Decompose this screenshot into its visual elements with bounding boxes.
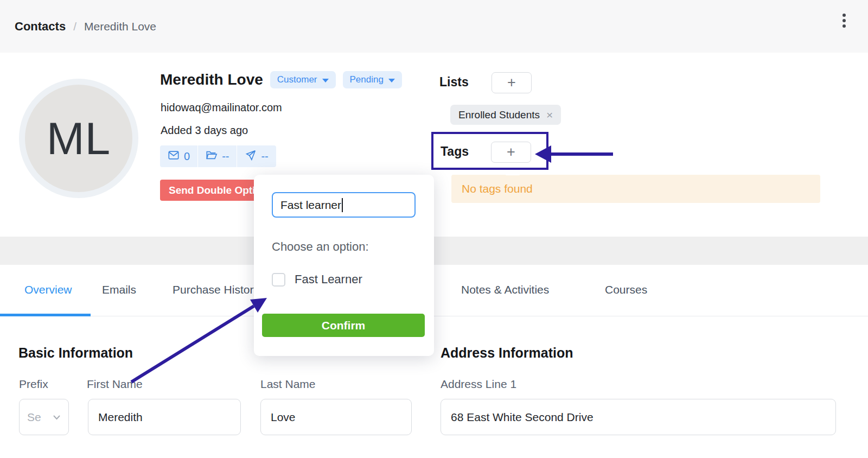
choose-option-prompt: Choose an option: [272, 240, 369, 254]
chevron-down-icon [388, 79, 395, 82]
contact-stats-row: 0 -- -- [160, 145, 276, 167]
prefix-label: Prefix [19, 378, 48, 391]
contact-status-dropdown[interactable]: Pending [343, 71, 402, 88]
add-tag-button[interactable]: + [491, 142, 531, 163]
tab-bar: Overview Emails Purchase History Notes &… [0, 265, 868, 316]
checkbox-unchecked[interactable] [272, 273, 285, 287]
tag-search-value: Fast learner [280, 199, 341, 212]
prefix-select[interactable]: Se [19, 399, 69, 435]
no-tags-banner: No tags found [451, 175, 820, 203]
tab-overview[interactable]: Overview [24, 283, 72, 296]
address-information-title: Address Information [441, 345, 573, 361]
contact-email: hidowaq@mailinator.com [161, 101, 282, 114]
breadcrumb-contacts-link[interactable]: Contacts [15, 20, 66, 34]
address-line1-label: Address Line 1 [441, 378, 516, 391]
chevron-down-icon [53, 412, 61, 422]
chevron-down-icon [322, 79, 329, 82]
lists-section-title: Lists [439, 75, 469, 90]
send-icon [245, 149, 257, 164]
tab-emails[interactable]: Emails [102, 283, 136, 296]
text-caret [342, 198, 343, 212]
first-name-label: First Name [87, 378, 143, 391]
breadcrumb-current-contact: Meredith Love [84, 20, 156, 33]
files-count-stat: -- [198, 145, 237, 167]
arrow-left-icon [535, 145, 551, 163]
kebab-menu-icon[interactable] [838, 12, 851, 29]
contact-name: Meredith Love [160, 71, 263, 88]
tab-notes-activities[interactable]: Notes & Activities [461, 283, 549, 296]
last-name-field[interactable] [260, 399, 412, 435]
breadcrumb-separator: / [73, 20, 76, 33]
folder-icon [206, 149, 218, 164]
tags-section-title: Tags [441, 144, 469, 159]
add-list-button[interactable]: + [492, 72, 532, 93]
stat-value: 0 [184, 150, 190, 163]
tab-purchase-history[interactable]: Purchase History [173, 283, 259, 296]
confirm-button[interactable]: Confirm [262, 314, 425, 337]
campaigns-sent-stat: -- [237, 145, 276, 167]
address-line1-field[interactable] [441, 399, 836, 435]
add-tag-popover: Fast learner Choose an option: Fast Lear… [254, 175, 434, 356]
tag-option-row[interactable]: Fast Learner [272, 272, 362, 287]
prefix-placeholder: Se [27, 411, 41, 424]
section-divider-band [0, 237, 868, 265]
first-name-field[interactable] [88, 399, 241, 435]
active-tab-indicator [0, 314, 91, 316]
list-chip-enrolled-students: Enrolled Students × [450, 105, 561, 125]
emails-count-stat: 0 [160, 145, 198, 167]
contact-profile-page: Contacts / Meredith Love ML Meredith Lov… [0, 0, 868, 458]
contact-status-label: Pending [350, 74, 384, 85]
stat-value: -- [261, 150, 268, 163]
stat-value: -- [222, 150, 229, 163]
close-icon[interactable]: × [546, 109, 553, 122]
tab-courses[interactable]: Courses [605, 283, 647, 296]
tag-option-label: Fast Learner [295, 272, 362, 287]
banner-pointer-notch [506, 168, 520, 175]
top-bar: Contacts / Meredith Love [0, 0, 868, 53]
tag-search-input[interactable]: Fast learner [272, 192, 416, 218]
envelope-icon [168, 149, 180, 164]
basic-information-title: Basic Information [18, 345, 133, 361]
contact-type-dropdown[interactable]: Customer [270, 71, 336, 88]
last-name-label: Last Name [260, 378, 316, 391]
avatar-initials: ML [47, 112, 111, 165]
breadcrumb: Contacts / Meredith Love [15, 0, 156, 53]
avatar: ML [19, 79, 138, 198]
contact-type-label: Customer [277, 74, 317, 85]
list-chip-label: Enrolled Students [458, 109, 540, 121]
contact-added-date: Added 3 days ago [161, 124, 248, 137]
